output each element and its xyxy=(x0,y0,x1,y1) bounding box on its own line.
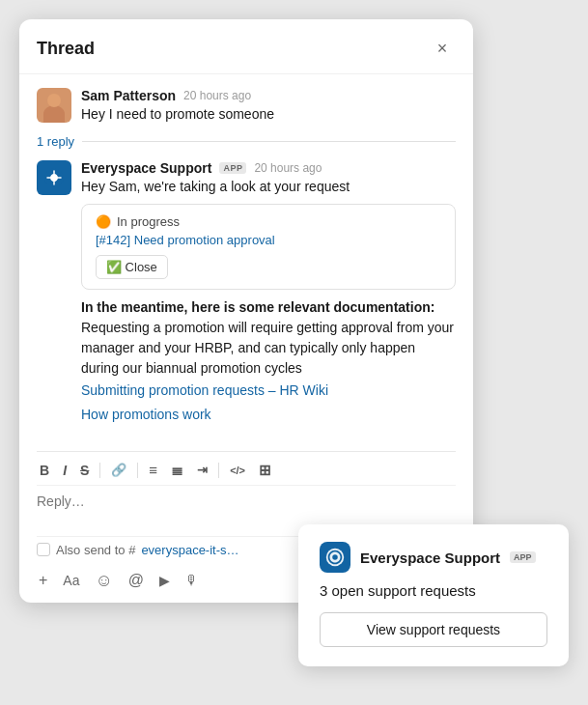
toolbar-separator-3 xyxy=(218,463,219,478)
everyspace-message-meta: Everyspace Support APP 20 hours ago xyxy=(81,160,456,176)
ordered-list-button[interactable]: ≡ xyxy=(146,460,160,480)
text-format-button[interactable]: Aa xyxy=(61,571,81,590)
everyspace-message-row: Everyspace Support APP 20 hours ago Hey … xyxy=(37,160,456,428)
doc-link-2[interactable]: How promotions work xyxy=(81,403,456,427)
send-to-checkbox[interactable] xyxy=(37,543,50,556)
sam-avatar-image xyxy=(37,88,71,123)
reply-count-row: 1 reply xyxy=(19,130,473,153)
link-button[interactable]: 🔗 xyxy=(108,461,129,479)
thread-header: Thread × xyxy=(19,19,473,74)
sam-message-meta: Sam Patterson 20 hours ago xyxy=(81,88,456,103)
svg-point-2 xyxy=(332,554,338,560)
everyspace-avatar xyxy=(37,160,71,195)
sam-avatar xyxy=(37,88,71,123)
bold-button[interactable]: B xyxy=(37,461,52,480)
reply-count: 1 reply xyxy=(37,134,74,149)
strikethrough-button[interactable]: S xyxy=(77,461,92,480)
indent-button[interactable]: ⇥ xyxy=(194,461,210,479)
status-orange-dot: 🟠 xyxy=(96,214,111,229)
popup-everyspace-icon xyxy=(324,547,346,568)
more-button[interactable]: ⊞ xyxy=(256,460,274,481)
attach-button[interactable]: + xyxy=(37,570,49,591)
doc-body: Requesting a promotion will require gett… xyxy=(81,320,454,376)
sam-message-content: Sam Patterson 20 hours ago Hey I need to… xyxy=(81,88,456,125)
ticket-card: 🟠 In progress [#142] Need promotion appr… xyxy=(81,204,456,290)
thread-panel: Thread × Sam Patterson 20 hours ago Hey … xyxy=(19,19,473,603)
view-support-requests-button[interactable]: View support requests xyxy=(320,612,547,647)
everyspace-logo-icon xyxy=(42,166,66,189)
everyspace-sender-name: Everyspace Support xyxy=(81,160,211,176)
popup-count: 3 open support requests xyxy=(320,582,547,599)
everyspace-message-content: Everyspace Support APP 20 hours ago Hey … xyxy=(81,160,456,428)
everyspace-message-area: Everyspace Support APP 20 hours ago Hey … xyxy=(19,153,473,441)
video-button[interactable]: ▶ xyxy=(157,571,172,590)
everyspace-timestamp: 20 hours ago xyxy=(254,161,322,175)
popup-card: Everyspace Support APP 3 open support re… xyxy=(298,524,569,666)
everyspace-app-badge: APP xyxy=(219,162,246,174)
toolbar-separator-1 xyxy=(99,463,100,478)
channel-name: everyspace-it-s… xyxy=(141,543,238,557)
doc-heading: In the meantime, here is some relevant d… xyxy=(81,299,434,315)
sam-sender-name: Sam Patterson xyxy=(81,88,176,103)
mention-button[interactable]: @ xyxy=(126,570,146,591)
ticket-status-text: In progress xyxy=(117,214,180,229)
thread-title: Thread xyxy=(37,39,95,59)
formatting-toolbar: B I S 🔗 ≡ ≣ ⇥ </> ⊞ xyxy=(37,452,456,486)
doc-link-1[interactable]: Submitting promotion requests – HR Wiki xyxy=(81,379,456,403)
popup-name: Everyspace Support xyxy=(360,550,500,566)
ticket-link[interactable]: [#142] Need promotion approval xyxy=(96,233,441,247)
close-ticket-button[interactable]: ✅ Close xyxy=(96,255,168,279)
sam-message-area: Sam Patterson 20 hours ago Hey I need to… xyxy=(19,74,473,125)
popup-header: Everyspace Support APP xyxy=(320,542,547,573)
sam-message-text: Hey I need to promote someone xyxy=(81,105,456,125)
doc-section: In the meantime, here is some relevant d… xyxy=(81,297,456,427)
italic-button[interactable]: I xyxy=(60,461,70,480)
mic-button[interactable]: 🎙 xyxy=(183,571,201,590)
popup-badge: APP xyxy=(510,551,536,563)
everyspace-message-text: Hey Sam, we're taking a look at your req… xyxy=(81,178,456,197)
send-to-label: Also send to # xyxy=(56,543,135,557)
sam-message-row: Sam Patterson 20 hours ago Hey I need to… xyxy=(37,88,456,125)
sam-timestamp: 20 hours ago xyxy=(183,89,251,102)
close-thread-button[interactable]: × xyxy=(429,35,456,62)
unordered-list-button[interactable]: ≣ xyxy=(168,460,186,481)
popup-app-icon xyxy=(320,542,350,573)
emoji-button[interactable]: ☺ xyxy=(93,569,114,593)
toolbar-separator-2 xyxy=(137,463,138,478)
code-button[interactable]: </> xyxy=(227,463,248,478)
reply-divider-line xyxy=(82,141,456,142)
ticket-status-row: 🟠 In progress xyxy=(96,214,441,229)
